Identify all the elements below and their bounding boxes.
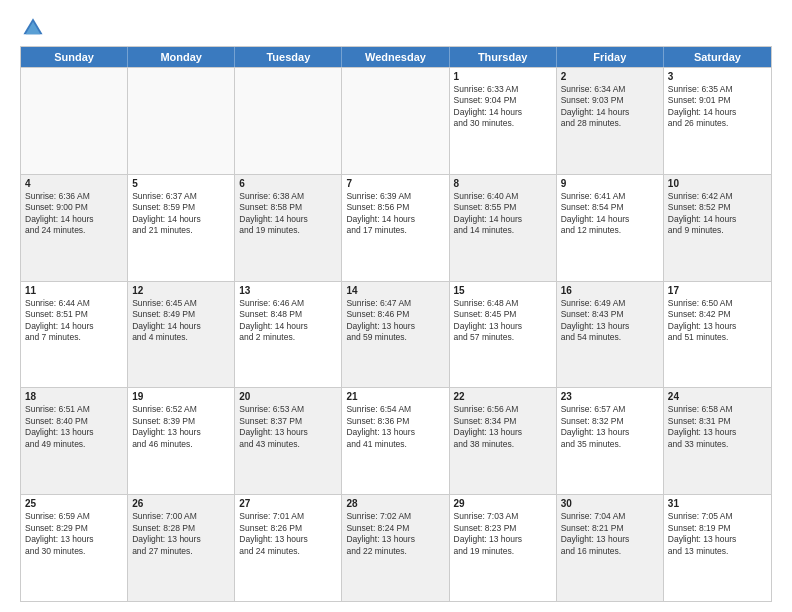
day-info: Sunrise: 6:57 AM Sunset: 8:32 PM Dayligh…	[561, 404, 659, 450]
header-day-monday: Monday	[128, 47, 235, 67]
cal-cell: 30Sunrise: 7:04 AM Sunset: 8:21 PM Dayli…	[557, 495, 664, 601]
week-3: 11Sunrise: 6:44 AM Sunset: 8:51 PM Dayli…	[21, 281, 771, 388]
cal-cell: 9Sunrise: 6:41 AM Sunset: 8:54 PM Daylig…	[557, 175, 664, 281]
day-info: Sunrise: 6:36 AM Sunset: 9:00 PM Dayligh…	[25, 191, 123, 237]
cal-cell: 10Sunrise: 6:42 AM Sunset: 8:52 PM Dayli…	[664, 175, 771, 281]
day-info: Sunrise: 6:42 AM Sunset: 8:52 PM Dayligh…	[668, 191, 767, 237]
day-info: Sunrise: 7:03 AM Sunset: 8:23 PM Dayligh…	[454, 511, 552, 557]
day-number: 29	[454, 498, 552, 509]
day-info: Sunrise: 6:52 AM Sunset: 8:39 PM Dayligh…	[132, 404, 230, 450]
day-info: Sunrise: 6:40 AM Sunset: 8:55 PM Dayligh…	[454, 191, 552, 237]
day-number: 12	[132, 285, 230, 296]
cal-cell: 17Sunrise: 6:50 AM Sunset: 8:42 PM Dayli…	[664, 282, 771, 388]
day-number: 13	[239, 285, 337, 296]
day-info: Sunrise: 6:44 AM Sunset: 8:51 PM Dayligh…	[25, 298, 123, 344]
cal-cell: 22Sunrise: 6:56 AM Sunset: 8:34 PM Dayli…	[450, 388, 557, 494]
day-info: Sunrise: 6:54 AM Sunset: 8:36 PM Dayligh…	[346, 404, 444, 450]
cal-cell: 19Sunrise: 6:52 AM Sunset: 8:39 PM Dayli…	[128, 388, 235, 494]
day-number: 23	[561, 391, 659, 402]
day-number: 1	[454, 71, 552, 82]
cal-cell: 15Sunrise: 6:48 AM Sunset: 8:45 PM Dayli…	[450, 282, 557, 388]
week-2: 4Sunrise: 6:36 AM Sunset: 9:00 PM Daylig…	[21, 174, 771, 281]
day-number: 3	[668, 71, 767, 82]
day-number: 8	[454, 178, 552, 189]
day-info: Sunrise: 6:56 AM Sunset: 8:34 PM Dayligh…	[454, 404, 552, 450]
day-info: Sunrise: 7:04 AM Sunset: 8:21 PM Dayligh…	[561, 511, 659, 557]
day-number: 11	[25, 285, 123, 296]
cal-cell: 25Sunrise: 6:59 AM Sunset: 8:29 PM Dayli…	[21, 495, 128, 601]
cal-cell: 29Sunrise: 7:03 AM Sunset: 8:23 PM Dayli…	[450, 495, 557, 601]
cal-cell: 31Sunrise: 7:05 AM Sunset: 8:19 PM Dayli…	[664, 495, 771, 601]
cal-cell: 8Sunrise: 6:40 AM Sunset: 8:55 PM Daylig…	[450, 175, 557, 281]
day-info: Sunrise: 7:00 AM Sunset: 8:28 PM Dayligh…	[132, 511, 230, 557]
day-number: 25	[25, 498, 123, 509]
calendar: SundayMondayTuesdayWednesdayThursdayFrid…	[20, 46, 772, 602]
cal-cell: 14Sunrise: 6:47 AM Sunset: 8:46 PM Dayli…	[342, 282, 449, 388]
cal-cell: 5Sunrise: 6:37 AM Sunset: 8:59 PM Daylig…	[128, 175, 235, 281]
day-number: 6	[239, 178, 337, 189]
day-info: Sunrise: 6:41 AM Sunset: 8:54 PM Dayligh…	[561, 191, 659, 237]
cal-cell: 26Sunrise: 7:00 AM Sunset: 8:28 PM Dayli…	[128, 495, 235, 601]
day-number: 30	[561, 498, 659, 509]
day-number: 16	[561, 285, 659, 296]
day-info: Sunrise: 6:46 AM Sunset: 8:48 PM Dayligh…	[239, 298, 337, 344]
day-info: Sunrise: 6:33 AM Sunset: 9:04 PM Dayligh…	[454, 84, 552, 130]
day-info: Sunrise: 7:05 AM Sunset: 8:19 PM Dayligh…	[668, 511, 767, 557]
day-info: Sunrise: 6:39 AM Sunset: 8:56 PM Dayligh…	[346, 191, 444, 237]
day-info: Sunrise: 6:34 AM Sunset: 9:03 PM Dayligh…	[561, 84, 659, 130]
day-number: 19	[132, 391, 230, 402]
day-number: 2	[561, 71, 659, 82]
day-number: 21	[346, 391, 444, 402]
day-number: 9	[561, 178, 659, 189]
logo-icon	[22, 16, 44, 38]
day-info: Sunrise: 6:45 AM Sunset: 8:49 PM Dayligh…	[132, 298, 230, 344]
cal-cell: 20Sunrise: 6:53 AM Sunset: 8:37 PM Dayli…	[235, 388, 342, 494]
header-day-tuesday: Tuesday	[235, 47, 342, 67]
day-number: 4	[25, 178, 123, 189]
day-info: Sunrise: 6:50 AM Sunset: 8:42 PM Dayligh…	[668, 298, 767, 344]
cal-cell: 18Sunrise: 6:51 AM Sunset: 8:40 PM Dayli…	[21, 388, 128, 494]
day-number: 31	[668, 498, 767, 509]
cal-cell: 27Sunrise: 7:01 AM Sunset: 8:26 PM Dayli…	[235, 495, 342, 601]
day-info: Sunrise: 7:02 AM Sunset: 8:24 PM Dayligh…	[346, 511, 444, 557]
day-number: 17	[668, 285, 767, 296]
logo-text	[20, 16, 44, 38]
calendar-body: 1Sunrise: 6:33 AM Sunset: 9:04 PM Daylig…	[21, 67, 771, 601]
day-number: 28	[346, 498, 444, 509]
day-number: 22	[454, 391, 552, 402]
header-day-sunday: Sunday	[21, 47, 128, 67]
cal-cell	[342, 68, 449, 174]
day-info: Sunrise: 6:47 AM Sunset: 8:46 PM Dayligh…	[346, 298, 444, 344]
logo	[20, 16, 44, 38]
page: SundayMondayTuesdayWednesdayThursdayFrid…	[0, 0, 792, 612]
week-4: 18Sunrise: 6:51 AM Sunset: 8:40 PM Dayli…	[21, 387, 771, 494]
week-5: 25Sunrise: 6:59 AM Sunset: 8:29 PM Dayli…	[21, 494, 771, 601]
day-number: 5	[132, 178, 230, 189]
day-info: Sunrise: 6:38 AM Sunset: 8:58 PM Dayligh…	[239, 191, 337, 237]
day-number: 27	[239, 498, 337, 509]
cal-cell: 16Sunrise: 6:49 AM Sunset: 8:43 PM Dayli…	[557, 282, 664, 388]
cal-cell: 1Sunrise: 6:33 AM Sunset: 9:04 PM Daylig…	[450, 68, 557, 174]
header	[20, 16, 772, 38]
day-info: Sunrise: 6:58 AM Sunset: 8:31 PM Dayligh…	[668, 404, 767, 450]
day-info: Sunrise: 6:37 AM Sunset: 8:59 PM Dayligh…	[132, 191, 230, 237]
day-info: Sunrise: 6:48 AM Sunset: 8:45 PM Dayligh…	[454, 298, 552, 344]
day-number: 24	[668, 391, 767, 402]
day-info: Sunrise: 6:53 AM Sunset: 8:37 PM Dayligh…	[239, 404, 337, 450]
cal-cell: 13Sunrise: 6:46 AM Sunset: 8:48 PM Dayli…	[235, 282, 342, 388]
cal-cell: 21Sunrise: 6:54 AM Sunset: 8:36 PM Dayli…	[342, 388, 449, 494]
week-1: 1Sunrise: 6:33 AM Sunset: 9:04 PM Daylig…	[21, 67, 771, 174]
cal-cell: 2Sunrise: 6:34 AM Sunset: 9:03 PM Daylig…	[557, 68, 664, 174]
day-info: Sunrise: 6:49 AM Sunset: 8:43 PM Dayligh…	[561, 298, 659, 344]
header-day-friday: Friday	[557, 47, 664, 67]
cal-cell: 12Sunrise: 6:45 AM Sunset: 8:49 PM Dayli…	[128, 282, 235, 388]
day-info: Sunrise: 6:35 AM Sunset: 9:01 PM Dayligh…	[668, 84, 767, 130]
cal-cell	[128, 68, 235, 174]
cal-cell: 11Sunrise: 6:44 AM Sunset: 8:51 PM Dayli…	[21, 282, 128, 388]
day-info: Sunrise: 6:59 AM Sunset: 8:29 PM Dayligh…	[25, 511, 123, 557]
cal-cell: 7Sunrise: 6:39 AM Sunset: 8:56 PM Daylig…	[342, 175, 449, 281]
day-number: 26	[132, 498, 230, 509]
calendar-header: SundayMondayTuesdayWednesdayThursdayFrid…	[21, 47, 771, 67]
day-number: 20	[239, 391, 337, 402]
header-day-thursday: Thursday	[450, 47, 557, 67]
